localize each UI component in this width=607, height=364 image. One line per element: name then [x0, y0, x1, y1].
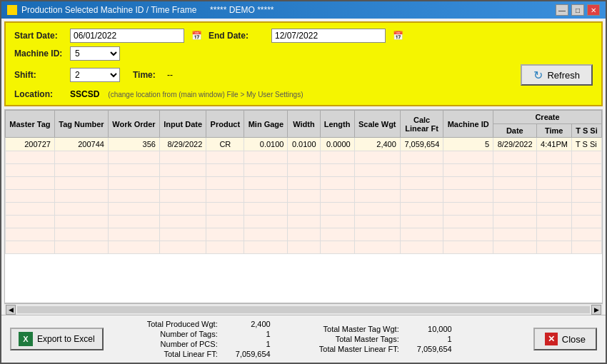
stat-total-master-linear-ft: Total Master Linear FT: 7,059,654 — [299, 345, 452, 353]
maximize-button[interactable]: □ — [571, 4, 584, 16]
cell-width: 0.0100 — [288, 138, 320, 151]
total-produced-wgt-label: Total Produced Wgt: — [118, 320, 218, 328]
total-produced-wgt-value: 2,400 — [221, 320, 271, 328]
footer: X Export to Excel Total Produced Wgt: 2,… — [1, 315, 606, 363]
refresh-button[interactable]: ↻ Refresh — [521, 64, 593, 86]
end-date-label: End Date: — [209, 31, 266, 41]
stat-total-master-tag-wgt: Total Master Tag Wgt: 10,000 — [299, 325, 452, 333]
cell-product: CR — [206, 138, 244, 151]
number-of-tags-value: 1 — [221, 330, 271, 338]
refresh-icon: ↻ — [533, 69, 543, 82]
total-linear-ft-value: 7,059,654 — [221, 350, 271, 358]
col-ts: T S Si — [571, 124, 601, 138]
machine-id-select[interactable]: 5 — [70, 46, 120, 61]
number-of-pcs-label: Number of PCS: — [118, 340, 218, 348]
col-create-date: Date — [493, 124, 537, 138]
location-hint: (change location from (main window) File… — [108, 91, 303, 98]
col-create-group: Create — [493, 111, 602, 124]
horizontal-scrollbar[interactable]: ◀ ▶ — [4, 303, 603, 315]
refresh-label: Refresh — [547, 70, 580, 81]
col-width: Width — [288, 111, 320, 138]
export-label: Export to Excel — [37, 334, 95, 344]
data-table: Master Tag Tag Number Work Order Input D… — [5, 110, 602, 254]
shift-label: Shift: — [14, 70, 64, 80]
total-master-tag-wgt-value: 10,000 — [402, 325, 452, 333]
table-row-empty-5 — [6, 203, 602, 216]
total-linear-ft-label: Total Linear FT: — [118, 350, 218, 358]
col-machine-id: Machine ID — [443, 111, 493, 138]
table-row: 200727 200744 356 8/29/2022 CR 0.0100 0.… — [6, 138, 602, 151]
title-text-left: Production Selected Machine ID / Time Fr… — [21, 5, 196, 15]
scroll-left-arrow[interactable]: ◀ — [6, 305, 16, 315]
close-button[interactable]: ✕ Close — [533, 328, 597, 350]
title-left: Production Selected Machine ID / Time Fr… — [7, 5, 274, 15]
stat-number-of-tags: Number of Tags: 1 — [118, 330, 271, 338]
col-product: Product — [206, 111, 244, 138]
stat-total-linear-ft: Total Linear FT: 7,059,654 — [118, 350, 271, 358]
cell-min-gage: 0.0100 — [244, 138, 288, 151]
excel-icon: X — [19, 332, 33, 346]
table-row-empty-1 — [6, 151, 602, 164]
end-date-calendar-icon[interactable]: 📅 — [391, 29, 404, 42]
machine-id-label: Machine ID: — [14, 49, 64, 59]
export-to-excel-button[interactable]: X Export to Excel — [10, 328, 104, 350]
stat-total-master-tags: Total Master Tags: 1 — [299, 335, 452, 343]
stat-total-produced-wgt: Total Produced Wgt: 2,400 — [118, 320, 271, 328]
col-tag-number: Tag Number — [54, 111, 108, 138]
cell-ts: T S Si — [571, 138, 601, 151]
start-date-calendar-icon[interactable]: 📅 — [190, 29, 203, 42]
end-date-input[interactable] — [271, 29, 386, 43]
cell-machine-id: 5 — [443, 138, 493, 151]
cell-scale-wgt: 2,400 — [354, 138, 400, 151]
title-text-center: ***** DEMO ***** — [210, 5, 274, 15]
col-input-date: Input Date — [159, 111, 206, 138]
table-row-empty-7 — [6, 228, 602, 241]
title-controls: — □ ✕ — [556, 4, 600, 16]
start-date-input[interactable] — [70, 29, 184, 43]
location-value: SSCSD — [70, 89, 99, 99]
time-value: -- — [167, 70, 173, 80]
col-work-order: Work Order — [108, 111, 159, 138]
time-label: Time: — [133, 70, 161, 80]
shift-select[interactable]: 2 — [70, 68, 120, 82]
cell-create-date: 8/29/2022 — [493, 138, 537, 151]
table-header-row: Master Tag Tag Number Work Order Input D… — [6, 111, 602, 124]
total-master-linear-ft-value: 7,059,654 — [402, 345, 452, 353]
cell-create-time: 4:41PM — [536, 138, 571, 151]
table-row-empty-3 — [6, 177, 602, 190]
total-master-tags-label: Total Master Tags: — [299, 335, 399, 343]
shift-time-row: Shift: 2 Time: -- ↻ Refresh — [14, 64, 593, 86]
col-master-tag: Master Tag — [6, 111, 55, 138]
cell-input-date: 8/29/2022 — [159, 138, 206, 151]
number-of-pcs-value: 1 — [221, 340, 271, 348]
scroll-right-arrow[interactable]: ▶ — [591, 305, 601, 315]
close-icon: ✕ — [545, 333, 558, 345]
title-bar: Production Selected Machine ID / Time Fr… — [1, 1, 606, 19]
cell-work-order: 356 — [108, 138, 159, 151]
stats-right-panel: Total Master Tag Wgt: 10,000 Total Maste… — [299, 325, 452, 353]
machine-row: Machine ID: 5 — [14, 46, 593, 61]
table-row-empty-4 — [6, 190, 602, 203]
table-row-empty-8 — [6, 241, 602, 254]
stats-left-panel: Total Produced Wgt: 2,400 Number of Tags… — [118, 320, 271, 358]
cell-master-tag: 200727 — [6, 138, 55, 151]
main-window: Production Selected Machine ID / Time Fr… — [0, 0, 607, 364]
table-row-empty-6 — [6, 216, 602, 228]
date-row: Start Date: 📅 End Date: 📅 — [14, 29, 593, 43]
col-length: Length — [320, 111, 354, 138]
table-row-empty-2 — [6, 164, 602, 177]
start-date-label: Start Date: — [14, 31, 64, 41]
location-label: Location: — [14, 89, 64, 99]
col-min-gage: Min Gage — [244, 111, 288, 138]
filter-form: Start Date: 📅 End Date: 📅 Machine ID: 5 … — [4, 21, 603, 106]
close-label: Close — [562, 334, 586, 345]
col-create-time: Time — [536, 124, 571, 138]
cell-length: 0.0000 — [320, 138, 354, 151]
minimize-button[interactable]: — — [556, 4, 568, 16]
window-close-button[interactable]: ✕ — [587, 4, 600, 16]
data-table-container[interactable]: Master Tag Tag Number Work Order Input D… — [4, 109, 603, 303]
cell-calc-linear-ft: 7,059,654 — [400, 138, 443, 151]
number-of-tags-label: Number of Tags: — [118, 330, 218, 338]
location-row: Location: SSCSD (change location from (m… — [14, 89, 593, 99]
scroll-track[interactable] — [17, 306, 590, 313]
